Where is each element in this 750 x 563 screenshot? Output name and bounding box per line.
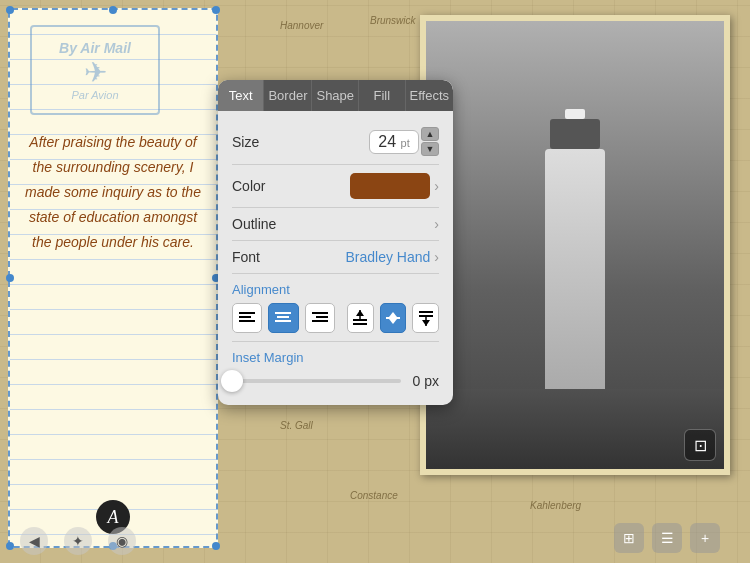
dot-br (212, 542, 220, 550)
font-row[interactable]: Font Bradley Hand › (232, 241, 439, 274)
slider-thumb[interactable] (221, 370, 243, 392)
size-row: Size 24 pt ▲ ▼ (232, 119, 439, 165)
notebook-text: After praising the beauty of the surroun… (22, 130, 204, 255)
valign-bottom-btn[interactable] (412, 303, 439, 333)
text-format-panel: Text Border Shape Fill Effects Size 24 p… (218, 80, 453, 405)
outline-label: Outline (232, 216, 430, 232)
valign-middle-btn[interactable] (380, 303, 407, 333)
airmail-stamp: By Air Mail ✈ Par Avion (30, 25, 160, 115)
dot-bl (6, 542, 14, 550)
svg-marker-10 (356, 310, 364, 316)
color-swatch[interactable] (350, 173, 430, 199)
inset-margin-section: Inset Margin 0 px (232, 342, 439, 393)
font-label: Font (232, 249, 346, 265)
svg-marker-15 (389, 319, 397, 324)
size-label: Size (232, 134, 369, 150)
panel-body: Size 24 pt ▲ ▼ Color › Outline › (218, 111, 453, 405)
size-unit: pt (401, 137, 410, 149)
color-label: Color (232, 178, 350, 194)
outline-row[interactable]: Outline › (232, 208, 439, 241)
svg-marker-17 (422, 320, 430, 326)
lighthouse-photo: ⊡ (420, 15, 730, 475)
lighthouse-ground (426, 389, 724, 469)
map-label-12: Kahlenberg (530, 500, 581, 511)
toolbar-star-icon[interactable]: ✦ (64, 527, 92, 555)
outline-chevron: › (434, 216, 439, 232)
size-decrement-btn[interactable]: ▼ (421, 142, 439, 156)
size-stepper: ▲ ▼ (421, 127, 439, 156)
size-display: 24 pt (369, 130, 419, 154)
menu-button[interactable]: ☰ (652, 523, 682, 553)
size-value: 24 (378, 133, 396, 150)
color-chevron: › (434, 178, 439, 194)
size-control: 24 pt ▲ ▼ (369, 127, 439, 156)
valign-top-btn[interactable] (347, 303, 374, 333)
align-left-btn[interactable] (232, 303, 262, 333)
inset-label: Inset Margin (232, 350, 439, 365)
airplane-icon: ✈ (59, 56, 131, 89)
map-label-11: Constance (350, 490, 398, 501)
layers-button[interactable]: ⊞ (614, 523, 644, 553)
dot-ml (6, 274, 14, 282)
map-label-10: St. Gall (280, 420, 313, 431)
photo-layout-icon[interactable]: ⊡ (684, 429, 716, 461)
lighthouse-body (545, 149, 605, 389)
alignment-section: Alignment (232, 274, 439, 342)
add-button[interactable]: + (690, 523, 720, 553)
map-label-1: Hannover (280, 20, 323, 31)
toolbar-circle-icon[interactable]: ◉ (108, 527, 136, 555)
toolbar-back-icon[interactable]: ◀ (20, 527, 48, 555)
size-increment-btn[interactable]: ▲ (421, 127, 439, 141)
lighthouse-top (550, 119, 600, 149)
dot-tl (6, 6, 14, 14)
tab-text[interactable]: Text (218, 80, 264, 111)
tab-shape[interactable]: Shape (312, 80, 359, 111)
dot-tr (212, 6, 220, 14)
inset-row: 0 px (232, 373, 439, 389)
color-row: Color › (232, 165, 439, 208)
dot-tc (109, 6, 117, 14)
photo-inner: ⊡ (426, 21, 724, 469)
tab-border[interactable]: Border (264, 80, 312, 111)
font-value: Bradley Hand (346, 249, 431, 265)
tab-fill[interactable]: Fill (359, 80, 405, 111)
inset-value: 0 px (409, 373, 439, 389)
alignment-label: Alignment (232, 282, 439, 297)
alignment-buttons (232, 303, 439, 333)
inset-slider[interactable] (232, 379, 401, 383)
main-bottom-right-toolbar: ⊞ ☰ + (614, 523, 720, 553)
notebook-panel: By Air Mail ✈ Par Avion After praising t… (8, 8, 218, 548)
font-chevron: › (434, 249, 439, 265)
airmail-line2: Par Avion (59, 89, 131, 101)
align-center-btn[interactable] (268, 303, 298, 333)
tab-effects[interactable]: Effects (406, 80, 454, 111)
bottom-toolbar: ◀ ✦ ◉ (20, 527, 136, 555)
align-right-btn[interactable] (305, 303, 335, 333)
svg-marker-14 (389, 312, 397, 317)
lighthouse-light (565, 109, 585, 119)
airmail-line1: By Air Mail (59, 40, 131, 56)
map-label-2: Brunswick (370, 15, 416, 26)
format-tabs: Text Border Shape Fill Effects (218, 80, 453, 111)
